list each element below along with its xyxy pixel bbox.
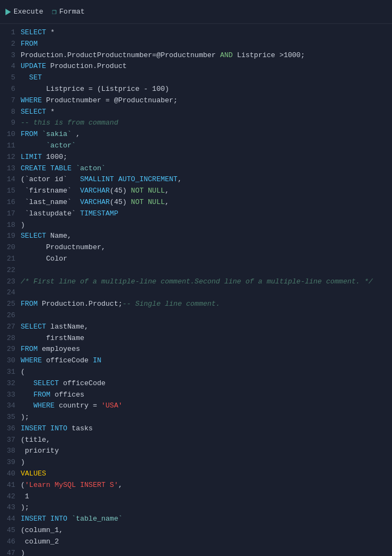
code-line	[21, 265, 387, 276]
format-button[interactable]: ❐ Format	[52, 7, 85, 16]
code-line: `actor`	[21, 140, 387, 152]
line-number: 24	[0, 287, 15, 299]
line-number: 28	[0, 333, 15, 344]
code-line: SELECT *	[21, 107, 387, 118]
code-area[interactable]: SELECT *FROMProduction.ProductProductnum…	[21, 27, 392, 556]
code-line: FROM offices	[21, 390, 387, 401]
code-line: )	[21, 220, 387, 231]
line-number: 4	[0, 61, 15, 72]
line-number: 29	[0, 344, 15, 355]
line-number: 43	[0, 502, 15, 514]
format-icon: ❐	[52, 7, 57, 16]
code-line: )	[21, 457, 387, 468]
line-number: 7	[0, 95, 15, 107]
code-line: Production.ProductProductnumber=@Product…	[21, 50, 387, 61]
format-label: Format	[59, 8, 85, 16]
line-number: 47	[0, 548, 15, 556]
code-line: firstName	[21, 333, 387, 344]
code-line: (title,	[21, 435, 387, 446]
line-number: 1	[0, 27, 15, 39]
line-number: 8	[0, 107, 15, 118]
execute-button[interactable]: Execute	[5, 8, 43, 16]
code-editor: 1234567891011121314151617181920212223242…	[0, 24, 392, 556]
line-number: 17	[0, 208, 15, 220]
code-line: SELECT lastName,	[21, 322, 387, 333]
line-number: 46	[0, 536, 15, 548]
line-number: 38	[0, 446, 15, 457]
line-number: 18	[0, 220, 15, 231]
line-number: 27	[0, 322, 15, 333]
code-line: FROM Production.Product;-- Single line c…	[21, 299, 387, 310]
line-number: 2	[0, 39, 15, 50]
line-number: 33	[0, 390, 15, 401]
code-line: ('Learn MySQL INSERT S',	[21, 480, 387, 491]
code-line: LIMIT 1000;	[21, 152, 387, 163]
line-number: 40	[0, 468, 15, 480]
line-number: 13	[0, 163, 15, 175]
line-number: 35	[0, 412, 15, 423]
code-line: );	[21, 502, 387, 514]
code-line: FROM employees	[21, 344, 387, 355]
line-number: 6	[0, 84, 15, 95]
code-line: column_2	[21, 536, 387, 548]
line-number: 3	[0, 50, 15, 61]
line-number: 26	[0, 310, 15, 322]
line-number: 16	[0, 197, 15, 208]
line-number: 45	[0, 525, 15, 536]
line-number: 11	[0, 140, 15, 152]
line-number: 41	[0, 480, 15, 491]
line-number: 15	[0, 186, 15, 197]
code-line: (`actor id` SMALLINT AUTO_INCREMENT,	[21, 174, 387, 186]
code-line: CREATE TABLE `acton`	[21, 163, 387, 175]
line-number: 32	[0, 378, 15, 390]
execute-label: Execute	[14, 8, 43, 16]
code-line: 1	[21, 491, 387, 503]
code-line: `lastupdate` TIMESTAMP	[21, 208, 387, 220]
line-numbers: 1234567891011121314151617181920212223242…	[0, 27, 21, 556]
line-number: 37	[0, 435, 15, 446]
code-line: Listprice = (Listprice - 100)	[21, 84, 387, 95]
code-line: priority	[21, 446, 387, 457]
line-number: 5	[0, 72, 15, 84]
line-number: 12	[0, 152, 15, 163]
code-line: WHERE Productnumber = @Productnuaber;	[21, 95, 387, 107]
code-line: (column_1,	[21, 525, 387, 536]
code-line: /* First line of a multiple-line comment…	[21, 276, 387, 288]
code-line: )	[21, 548, 387, 556]
line-number: 31	[0, 367, 15, 378]
line-number: 21	[0, 254, 15, 265]
play-icon	[5, 9, 11, 15]
line-number: 23	[0, 276, 15, 288]
code-line: -- this is from command	[21, 118, 387, 129]
code-line: FROM	[21, 39, 387, 50]
code-line: SELECT Name,	[21, 231, 387, 242]
code-line: Color	[21, 254, 387, 265]
code-line: `last_name` VARCHAR(45) NOT NULL,	[21, 197, 387, 208]
line-number: 39	[0, 457, 15, 468]
code-line: SELECT *	[21, 27, 387, 39]
line-number: 10	[0, 129, 15, 140]
code-line: Productnumber,	[21, 242, 387, 254]
line-number: 9	[0, 118, 15, 129]
line-number: 34	[0, 400, 15, 412]
code-line: INSERT INTO `table_name`	[21, 514, 387, 525]
code-line: WHERE country = 'USA'	[21, 400, 387, 412]
line-number: 22	[0, 265, 15, 276]
line-number: 14	[0, 174, 15, 186]
code-line: (	[21, 367, 387, 378]
code-line: FROM `sakia` ,	[21, 129, 387, 140]
code-line: WHERE officeCode IN	[21, 355, 387, 367]
line-number: 42	[0, 491, 15, 503]
code-line: INSERT INTO tasks	[21, 423, 387, 435]
code-line: UPDATE Production.Product	[21, 61, 387, 72]
code-line	[21, 287, 387, 299]
code-line: `firstname` VARCHAR(45) NOT NULL,	[21, 186, 387, 197]
line-number: 44	[0, 514, 15, 525]
code-line: SET	[21, 72, 387, 84]
toolbar: Execute ❐ Format	[0, 0, 392, 24]
line-number: 30	[0, 355, 15, 367]
line-number: 19	[0, 231, 15, 242]
code-line: );	[21, 412, 387, 423]
line-number: 25	[0, 299, 15, 310]
line-number: 36	[0, 423, 15, 435]
